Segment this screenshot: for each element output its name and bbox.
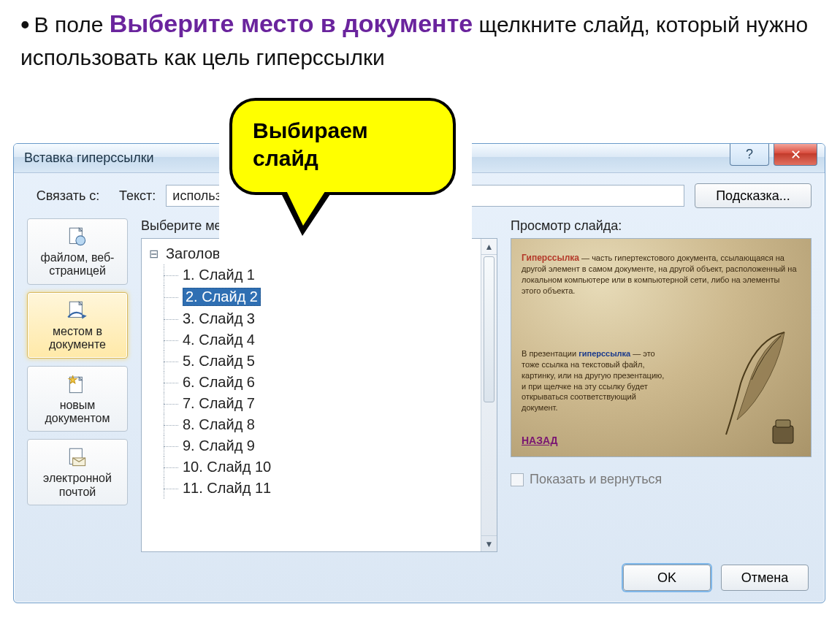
tree-item[interactable]: 2. Слайд 2 (149, 286, 494, 308)
tree-item[interactable]: 3. Слайд 3 (149, 308, 494, 329)
link-to-newdoc-label: новым документом (45, 399, 110, 424)
tree-item[interactable]: 4. Слайд 4 (149, 329, 494, 351)
text-label: Текст: (119, 188, 156, 204)
tree-item[interactable]: 1. Слайд 1 (149, 264, 494, 286)
screentip-button[interactable]: Подсказка... (695, 183, 812, 208)
tree-item-label: 2. Слайд 2 (183, 288, 261, 306)
link-with-label: Связать с: (27, 188, 109, 204)
tree-item-label: 11. Слайд 11 (183, 480, 271, 497)
instruction-prefix: В поле (34, 12, 110, 37)
preview-section-label: Просмотр слайда: (511, 218, 812, 234)
help-icon: ? (746, 147, 753, 162)
show-and-return-checkbox[interactable]: Показать и вернуться (511, 472, 812, 487)
callout-tail (280, 192, 332, 236)
callout-line1: Выбираем (253, 117, 432, 145)
instruction-highlight: Выберите место в документе (110, 9, 473, 37)
tree-item[interactable]: 10. Слайд 10 (149, 456, 494, 478)
tree-item-label: 1. Слайд 1 (183, 267, 255, 283)
tree-item-label: 7. Слайд 7 (183, 395, 255, 412)
tree-item[interactable]: 9. Слайд 9 (149, 435, 494, 456)
link-to-web-label: файлом, веб- страницей (41, 251, 115, 277)
callout-bubble: Выбираем слайд (229, 98, 456, 195)
tree-item[interactable]: 7. Слайд 7 (149, 393, 494, 414)
preview-p2c: — это тоже ссылка на текстовый файл, кар… (522, 349, 664, 412)
tree-item-label: 6. Слайд 6 (183, 374, 255, 391)
checkbox-box[interactable] (511, 473, 524, 486)
tree-item[interactable]: 11. Слайд 11 (149, 478, 494, 499)
close-icon: ✕ (790, 147, 801, 163)
tree-item-label: 5. Слайд 5 (183, 353, 255, 370)
bullet-dot: • (20, 9, 30, 39)
tree-inner: Заголовки слайдов 1. Слайд 12. Слайд 23.… (142, 239, 497, 503)
svg-marker-3 (82, 314, 86, 318)
show-and-return-label: Показать и вернуться (530, 472, 662, 487)
slide-tree[interactable]: Заголовки слайдов 1. Слайд 12. Слайд 23.… (141, 238, 497, 552)
dialog-title: Вставка гиперссылки (24, 150, 154, 166)
close-button[interactable]: ✕ (774, 144, 817, 166)
svg-rect-9 (776, 420, 790, 427)
tree-scrollbar[interactable]: ▲ ▼ (481, 239, 497, 551)
preview-term: Гиперссылка (522, 253, 579, 263)
scroll-down-icon[interactable]: ▼ (481, 535, 497, 551)
new-doc-icon (65, 374, 90, 396)
link-to-place-label: местом в документе (49, 325, 106, 351)
tree-item-label: 3. Слайд 3 (183, 310, 255, 327)
place-in-doc-icon (65, 300, 90, 322)
callout: Выбираем слайд (229, 98, 456, 236)
instruction-text: •В поле Выберите место в документе щелкн… (0, 0, 840, 72)
ok-button[interactable]: OK (623, 565, 711, 591)
tree-item[interactable]: 6. Слайд 6 (149, 372, 494, 393)
link-to-email-button[interactable]: электронной почтой (27, 439, 128, 505)
link-to-newdoc-button[interactable]: новым документом (27, 366, 128, 432)
slide-preview: Гиперссылка — часть гипертекстового доку… (511, 238, 812, 457)
link-to-place-button[interactable]: местом в документе (27, 292, 128, 359)
help-button[interactable]: ? (730, 144, 769, 166)
link-to-sidebar: файлом, веб- страницей местом в документ… (27, 218, 128, 552)
inkwell-icon (767, 414, 799, 446)
preview-paragraph-2: В презентации гиперссылка — это тоже ссы… (522, 348, 668, 413)
tree-item-label: 10. Слайд 10 (183, 459, 271, 475)
preview-p2b: гиперссылка (579, 349, 630, 358)
cancel-button[interactable]: Отмена (721, 565, 809, 591)
tree-item-label: 4. Слайд 4 (183, 332, 255, 348)
preview-paragraph-1: Гиперссылка — часть гипертекстового доку… (522, 252, 801, 297)
tree-item-label: 8. Слайд 8 (183, 416, 255, 433)
scroll-up-icon[interactable]: ▲ (481, 239, 497, 255)
link-to-web-button[interactable]: файлом, веб- страницей (27, 218, 128, 285)
link-to-email-label: электронной почтой (43, 472, 112, 497)
svg-point-1 (76, 236, 85, 245)
scroll-thumb[interactable] (484, 256, 495, 402)
callout-line2: слайд (253, 145, 432, 172)
email-icon (65, 447, 90, 469)
tree-item[interactable]: 8. Слайд 8 (149, 414, 494, 435)
file-web-icon (65, 226, 90, 248)
preview-p2a: В презентации (522, 349, 579, 358)
svg-rect-8 (773, 426, 793, 443)
tree-item-label: 9. Слайд 9 (183, 437, 255, 454)
tree-item[interactable]: 5. Слайд 5 (149, 351, 494, 372)
preview-back-link: НАЗАД (522, 435, 558, 446)
